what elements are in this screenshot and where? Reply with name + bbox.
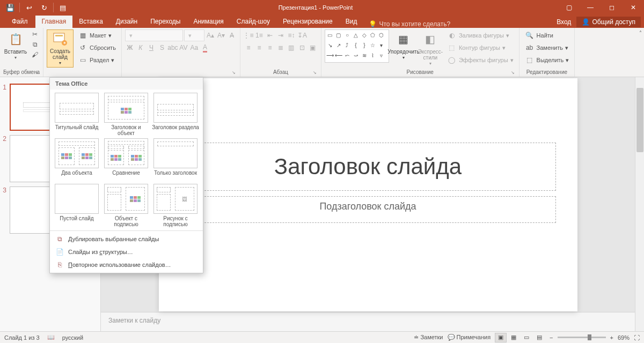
- save-icon[interactable]: 💾: [3, 1, 17, 14]
- tell-me-search[interactable]: 💡 Что вы хотите сделать?: [363, 20, 450, 28]
- char-spacing-icon[interactable]: AV: [179, 43, 188, 53]
- clear-format-icon[interactable]: A̶: [227, 31, 237, 40]
- strike-icon[interactable]: abc: [168, 43, 178, 53]
- layout-picture-caption[interactable]: 🖼 Рисунок с подписью: [152, 184, 199, 227]
- paste-button[interactable]: 📋 Вставить ▾: [3, 29, 28, 61]
- share-button[interactable]: 👤 Общий доступ: [576, 17, 641, 27]
- vertical-scrollbar[interactable]: [635, 77, 644, 331]
- subtitle-placeholder[interactable]: Подзаголовок слайда: [180, 196, 556, 223]
- font-launcher-icon[interactable]: ↘: [232, 69, 236, 76]
- reset-button[interactable]: ↺Сбросить: [76, 42, 118, 54]
- group-editing: 🔍Найти abЗаменить ▾ ⬚Выделить ▾ Редактир…: [519, 28, 575, 77]
- line-spacing-icon[interactable]: ≡↕: [287, 31, 296, 40]
- increase-indent-icon[interactable]: ⇥: [276, 31, 286, 40]
- italic-icon[interactable]: К: [136, 43, 145, 53]
- slides-from-outline-item[interactable]: 📄 Слайды из структуры…: [50, 245, 203, 258]
- quick-styles-button[interactable]: ◧ Экспресс-стили▾: [418, 29, 443, 66]
- tab-design[interactable]: Дизайн: [109, 16, 144, 28]
- sign-in-link[interactable]: Вход: [551, 16, 576, 28]
- numbering-icon[interactable]: 1≡: [254, 31, 264, 40]
- tab-home[interactable]: Главная: [35, 16, 73, 28]
- shadow-icon[interactable]: S: [157, 43, 167, 53]
- shapes-gallery[interactable]: ▭▢○△◇⬠⬡ ↘↗⤴{}☆▾ ⟶⟵⤺⤻≋⌇▿: [325, 29, 389, 63]
- spell-check-icon[interactable]: 📖: [47, 334, 55, 341]
- paragraph-launcher-icon[interactable]: ↘: [313, 69, 317, 76]
- layout-title-slide[interactable]: Титульный слайд: [53, 93, 100, 136]
- layout-content-caption[interactable]: Объект с подписью: [103, 184, 150, 227]
- sorter-view-icon[interactable]: ▦: [508, 333, 519, 342]
- minimize-icon[interactable]: —: [580, 0, 601, 15]
- layout-button[interactable]: ▦Макет ▾: [76, 29, 118, 41]
- new-slide-button[interactable]: ✶ Создать слайд ▾: [47, 29, 74, 68]
- font-family-combo[interactable]: ▾: [125, 29, 183, 41]
- zoom-level[interactable]: 69%: [618, 334, 630, 341]
- layout-two-content[interactable]: Два объекта: [53, 138, 100, 182]
- close-icon[interactable]: ✕: [623, 0, 644, 15]
- start-from-beginning-icon[interactable]: ▤: [56, 1, 70, 14]
- tab-view[interactable]: Вид: [339, 16, 364, 28]
- smartart-icon[interactable]: ▣: [308, 43, 318, 53]
- redo-icon[interactable]: ↻: [37, 1, 51, 14]
- maximize-icon[interactable]: ◻: [601, 0, 623, 15]
- shape-effects-button[interactable]: ◯Эффекты фигуры ▾: [445, 54, 516, 66]
- layout-comparison[interactable]: Сравнение: [103, 138, 150, 182]
- format-painter-icon[interactable]: 🖌: [30, 50, 40, 59]
- align-left-icon[interactable]: ≡: [244, 43, 253, 53]
- decrease-indent-icon[interactable]: ⇤: [265, 31, 275, 40]
- underline-icon[interactable]: Ч: [147, 43, 156, 53]
- align-center-icon[interactable]: ≡: [254, 43, 264, 53]
- font-size-combo[interactable]: ▾: [184, 29, 204, 41]
- arrange-button[interactable]: ▦ Упорядочить▾: [391, 29, 416, 61]
- replace-button[interactable]: abЗаменить ▾: [523, 42, 572, 54]
- layout-title-only[interactable]: Только заголовок: [152, 138, 199, 182]
- language-indicator[interactable]: русский: [62, 334, 83, 341]
- zoom-slider[interactable]: [558, 337, 606, 338]
- tab-animations[interactable]: Анимация: [187, 16, 230, 28]
- bold-icon[interactable]: Ж: [125, 43, 135, 53]
- cut-icon[interactable]: ✂: [30, 29, 40, 39]
- ribbon-options-icon[interactable]: ▢: [558, 0, 580, 15]
- tab-review[interactable]: Рецензирование: [276, 16, 339, 28]
- align-text-icon[interactable]: ⊡: [297, 43, 307, 53]
- align-right-icon[interactable]: ≡: [265, 43, 275, 53]
- tab-slideshow[interactable]: Слайд-шоу: [230, 16, 276, 28]
- undo-icon[interactable]: ↩: [22, 1, 36, 14]
- slideshow-view-icon[interactable]: ▤: [533, 333, 545, 342]
- reuse-slides-item[interactable]: ⎘ Повторное использование слайдов…: [50, 258, 203, 271]
- layout-blank[interactable]: Пустой слайд: [53, 184, 100, 227]
- notes-toggle[interactable]: ≐ Заметки: [414, 334, 443, 341]
- select-button[interactable]: ⬚Выделить ▾: [523, 54, 572, 66]
- justify-icon[interactable]: ≣: [276, 43, 286, 53]
- tab-transitions[interactable]: Переходы: [144, 16, 187, 28]
- bullets-icon[interactable]: ⋮≡: [244, 31, 253, 40]
- normal-view-icon[interactable]: ▣: [495, 333, 507, 342]
- copy-icon[interactable]: ⧉: [30, 40, 40, 49]
- slide-canvas[interactable]: Заголовок слайда Подзаголовок слайда: [159, 78, 577, 311]
- zoom-in-icon[interactable]: +: [610, 334, 613, 341]
- font-color-icon[interactable]: A: [200, 43, 210, 53]
- tab-file[interactable]: Файл: [4, 16, 35, 28]
- shape-outline-button[interactable]: ⬚Контур фигуры ▾: [445, 42, 516, 54]
- comments-toggle[interactable]: 💬 Примечания: [448, 334, 491, 341]
- find-button[interactable]: 🔍Найти: [523, 29, 572, 41]
- decrease-font-icon[interactable]: A▾: [216, 31, 226, 40]
- shape-fill-button[interactable]: ◐Заливка фигуры ▾: [445, 29, 516, 41]
- title-placeholder[interactable]: Заголовок слайда: [180, 143, 556, 191]
- change-case-icon[interactable]: Aa: [189, 43, 199, 53]
- layout-section-header[interactable]: Заголовок раздела: [152, 93, 199, 136]
- fit-window-icon[interactable]: ⛶: [634, 334, 640, 341]
- zoom-out-icon[interactable]: −: [550, 334, 553, 341]
- clipboard-launcher-icon[interactable]: ↘: [35, 69, 39, 76]
- duplicate-slides-item[interactable]: ⧉ Дублировать выбранные слайды: [50, 233, 203, 245]
- drawing-launcher-icon[interactable]: ↘: [511, 69, 515, 76]
- text-direction-icon[interactable]: ↧A: [297, 31, 307, 40]
- reading-view-icon[interactable]: ▭: [521, 333, 532, 342]
- increase-font-icon[interactable]: A▴: [206, 31, 215, 40]
- tab-insert[interactable]: Вставка: [72, 16, 109, 28]
- notes-pane[interactable]: Заметки к слайду: [101, 312, 635, 331]
- layout-title-content[interactable]: Заголовок и объект: [103, 93, 150, 136]
- columns-icon[interactable]: ▥: [287, 43, 296, 53]
- collapse-ribbon-icon[interactable]: ˄: [639, 30, 642, 36]
- slide-count[interactable]: Слайд 1 из 3: [4, 334, 40, 341]
- section-button[interactable]: ▭Раздел ▾: [76, 54, 118, 66]
